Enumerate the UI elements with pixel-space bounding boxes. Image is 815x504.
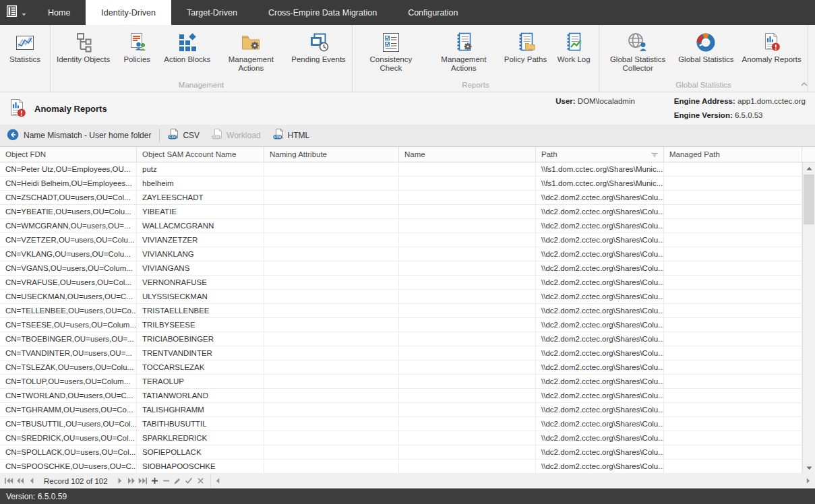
cell-object-sam-account-name: TALISHGHRAMM — [137, 403, 264, 416]
table-row[interactable]: CN=USECKMAN,OU=users,OU=C...ULYSSISECKMA… — [0, 290, 815, 304]
table-row[interactable]: CN=TBUSUTTIL,OU=users,OU=Col...TABITHBUS… — [0, 417, 815, 431]
table-row[interactable]: CN=SPOLLACK,OU=users,OU=Col...SOFIEPOLLA… — [0, 445, 815, 460]
tab-home[interactable]: Home — [32, 0, 86, 25]
table-row[interactable]: CN=TOLUP,OU=users,OU=Colum...TERAOLUP\\d… — [0, 375, 815, 389]
nav-cancel-edit-button[interactable] — [195, 475, 206, 486]
engine-address-value: app1.dom.cctec.org — [737, 97, 806, 105]
cell-name — [399, 205, 536, 218]
nav-append-button[interactable] — [149, 475, 160, 486]
horizontal-scrollbar[interactable] — [210, 474, 815, 488]
ribbon-item-management-actions-report[interactable]: Management Actions — [427, 28, 500, 74]
ribbon-item-label: Consistency Check — [359, 55, 423, 73]
table-row[interactable]: CN=VZETZER,OU=users,OU=Colu...VIVIANZETZ… — [0, 233, 815, 247]
table-row[interactable]: CN=SPOOSCHKE,OU=users,OU=C...SIOBHAPOOSC… — [0, 460, 815, 474]
table-row[interactable]: CN=VGANS,OU=users,OU=Colum...VIVIANGANS\… — [0, 261, 815, 276]
table-row[interactable]: CN=Peter Utz,OU=Employees,OU...putz\\fs1… — [0, 162, 815, 177]
nav-last-button[interactable] — [138, 475, 149, 486]
nav-edit-button[interactable] — [172, 475, 183, 486]
cell-naming-attribute — [264, 261, 399, 275]
tab-configuration[interactable]: Configuration — [392, 0, 473, 25]
table-row[interactable]: CN=ZSCHADT,OU=users,OU=Col...ZAYLEESCHAD… — [0, 191, 815, 205]
tab-cross-empire-data-migration[interactable]: Cross-Empire Data Migration — [253, 0, 392, 25]
table-row[interactable]: CN=Heidi Belheim,OU=Employees...hbelheim… — [0, 177, 815, 191]
app-menu-button[interactable] — [0, 0, 32, 25]
cell-managed-path — [664, 318, 802, 332]
column-header-object-sam-account-name[interactable]: Object SAM Account Name — [137, 147, 264, 162]
ribbon-group-label: Management — [53, 80, 350, 92]
management-actions-report-icon — [453, 30, 475, 55]
table-row[interactable]: CN=TVANDINTER,OU=users,OU=...TRENTVANDIN… — [0, 346, 815, 360]
ribbon-item-consistency-check[interactable]: Consistency Check — [355, 28, 427, 74]
nav-prev-button[interactable] — [26, 475, 37, 486]
cell-managed-path — [664, 304, 802, 317]
nav-prev-page-button[interactable] — [14, 475, 26, 486]
tab-target-driven[interactable]: Target-Driven — [171, 0, 253, 25]
cell-naming-attribute — [264, 460, 399, 473]
policies-icon — [126, 30, 148, 55]
nav-next-page-button[interactable] — [126, 475, 138, 486]
ribbon-item-pending-events[interactable]: Pending Events — [287, 28, 350, 65]
global-statistics-collector-icon — [626, 30, 650, 55]
nav-next-button[interactable] — [115, 475, 126, 486]
tab-identity-driven[interactable]: Identity-Driven — [86, 0, 171, 25]
cell-object-fdn: CN=ZSCHADT,OU=users,OU=Col... — [0, 191, 137, 204]
table-row[interactable]: CN=TWORLAND,OU=users,OU=C...TATIANWORLAN… — [0, 389, 815, 403]
cell-object-fdn: CN=SPOOSCHKE,OU=users,OU=C... — [0, 460, 137, 473]
ribbon-item-policies[interactable]: Policies — [114, 28, 160, 65]
ribbon-item-global-statistics-collector[interactable]: Global Statistics Collector — [601, 28, 674, 74]
table-row[interactable]: CN=TBOEBINGER,OU=users,OU=...TRICIABOEBI… — [0, 332, 815, 346]
ribbon-item-management-actions[interactable]: Management Actions — [214, 28, 287, 74]
anomaly-reports-icon — [7, 98, 28, 119]
ribbon-item-action-blocks[interactable]: Action Blocks — [160, 28, 214, 65]
table-row[interactable]: CN=TELLENBEE,OU=users,OU=Co...TRISTAELLE… — [0, 304, 815, 318]
column-header-naming-attribute[interactable]: Naming Attribute — [264, 147, 399, 162]
table-row[interactable]: CN=TSLEZAK,OU=users,OU=Colu...TOCCARSLEZ… — [0, 360, 815, 375]
report-grid: Object FDNObject SAM Account NameNaming … — [0, 147, 815, 474]
ribbon-item-identity-objects[interactable]: Identity Objects — [53, 28, 114, 65]
cell-object-sam-account-name: SIOBHAPOOSCHKE — [137, 460, 264, 473]
ribbon-item-anomaly-reports[interactable]: Anomaly Reports — [738, 28, 806, 65]
nav-end-edit-button[interactable] — [183, 475, 195, 486]
cell-path: \\dc2.dom2.cctec.org\Shares\Colu... — [536, 431, 664, 445]
table-row[interactable]: CN=TSEESE,OU=users,OU=Colum...TRILBYSEES… — [0, 318, 815, 332]
table-row[interactable]: CN=SREDRICK,OU=users,OU=Col...SPARKLREDR… — [0, 431, 815, 445]
ribbon-item-label: Global Statistics Collector — [605, 55, 670, 73]
vertical-scrollbar-thumb[interactable] — [804, 175, 814, 224]
scroll-left-arrow[interactable] — [213, 476, 222, 486]
scroll-right-arrow[interactable] — [804, 476, 813, 486]
html-export-button[interactable]: HTMHTML — [273, 129, 310, 142]
cell-name — [399, 375, 536, 388]
nav-delete-button[interactable] — [160, 475, 172, 486]
scroll-down-arrow[interactable] — [803, 462, 815, 474]
filter-icon[interactable] — [651, 152, 658, 157]
column-header-name[interactable]: Name — [399, 147, 536, 162]
nav-first-button[interactable] — [3, 475, 14, 486]
ribbon-group-reports: Consistency CheckManagement ActionsPolic… — [353, 25, 599, 92]
scroll-up-arrow[interactable] — [803, 162, 815, 174]
back-button[interactable]: Name Mismatch - User home folder — [7, 129, 151, 143]
statistics-icon — [14, 30, 36, 55]
cell-managed-path — [664, 431, 802, 445]
ribbon-item-work-log[interactable]: Work Log — [551, 28, 597, 65]
cell-object-sam-account-name: SOFIEPOLLACK — [137, 445, 264, 459]
collapse-ribbon-button[interactable] — [799, 80, 810, 89]
cell-managed-path — [664, 360, 802, 374]
ribbon-group-label: Global Statistics — [601, 80, 806, 92]
vertical-scrollbar[interactable] — [802, 162, 815, 474]
app-menu-icon — [7, 5, 20, 20]
ribbon-item-statistics[interactable]: Statistics — [2, 28, 48, 65]
cell-name — [399, 233, 536, 247]
cell-object-fdn: CN=TELLENBEE,OU=users,OU=Co... — [0, 304, 137, 317]
ribbon-item-policy-paths[interactable]: Policy Paths — [500, 28, 551, 65]
table-row[interactable]: CN=YBEATIE,OU=users,OU=Colu...YIBEATIE\\… — [0, 205, 815, 219]
table-row[interactable]: CN=VKLANG,OU=users,OU=Colu...VIVIANKLANG… — [0, 247, 815, 261]
column-header-managed-path[interactable]: Managed Path — [664, 147, 802, 162]
column-header-path[interactable]: Path — [536, 147, 664, 162]
table-row[interactable]: CN=WMCGRANN,OU=users,OU=...WALLACMCGRANN… — [0, 219, 815, 233]
csv-export-button[interactable]: CSVCSV — [168, 129, 200, 142]
ribbon-item-global-statistics[interactable]: Global Statistics — [674, 28, 737, 65]
table-row[interactable]: CN=TGHRAMM,OU=users,OU=Co...TALISHGHRAMM… — [0, 403, 815, 417]
cell-path: \\dc2.dom2.cctec.org\Shares\Colu... — [536, 332, 664, 346]
column-header-object-fdn[interactable]: Object FDN — [0, 147, 137, 162]
table-row[interactable]: CN=VRAFUSE,OU=users,OU=Col...VERNONRAFUS… — [0, 276, 815, 290]
